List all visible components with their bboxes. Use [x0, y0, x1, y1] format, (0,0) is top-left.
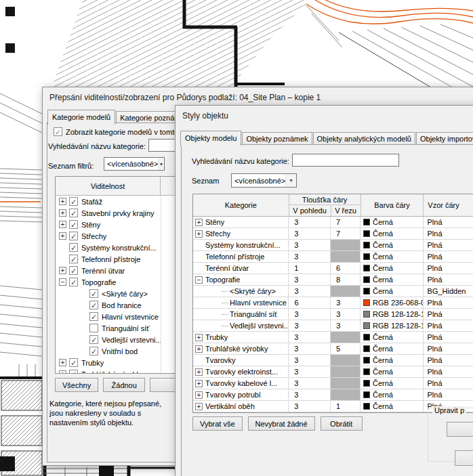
object-style-row[interactable]: +Střechy37ČernáPlná: [193, 228, 473, 240]
line-color-cell[interactable]: Černá: [361, 240, 424, 251]
object-style-row[interactable]: Vedlejší vrstevni...33RGB 128-128-1Plná: [193, 320, 473, 332]
line-pattern-cell[interactable]: Plná: [424, 366, 473, 377]
line-pattern-cell[interactable]: Plná: [424, 228, 473, 239]
line-color-cell[interactable]: Černá: [361, 389, 424, 400]
object-style-row[interactable]: +Tvarovky kabelové l...3ČernáPlná: [193, 378, 473, 389]
object-style-row[interactable]: +Trubky3ČernáPlná: [193, 332, 473, 343]
line-color-cell[interactable]: Černá: [361, 263, 424, 274]
object-style-row[interactable]: Systémy konstrukční...3ČernáPlná: [193, 240, 473, 251]
visibility-checkbox[interactable]: ✓: [69, 209, 78, 217]
visibility-checkbox[interactable]: ✓: [69, 197, 78, 206]
visibility-checkbox[interactable]: ✓: [89, 312, 98, 321]
vg-tab-kategorie-modelu[interactable]: Kategorie modelů: [47, 110, 115, 125]
show-model-categories-checkbox[interactable]: ✓ Zobrazit kategorie modelů v tomto po: [54, 127, 189, 136]
line-pattern-cell[interactable]: Plná: [424, 332, 473, 343]
os-tab-objekty-poznamek[interactable]: Objekty poznámek: [242, 132, 312, 145]
projection-lineweight-cell[interactable]: 3: [289, 355, 331, 366]
os-tab-objekty-modelu[interactable]: Objekty modelu: [180, 131, 241, 146]
visibility-checkbox[interactable]: ✓: [69, 255, 78, 263]
object-style-row[interactable]: <Skryté čáry>3ČernáBG_Hidden: [193, 286, 473, 297]
all-button[interactable]: Všechny: [55, 378, 98, 392]
projection-lineweight-cell[interactable]: 3: [289, 240, 331, 251]
visibility-checkbox[interactable]: ✓: [69, 243, 78, 252]
expand-icon[interactable]: +: [59, 359, 66, 366]
cut-lineweight-cell[interactable]: 7: [331, 217, 361, 228]
collapse-icon[interactable]: −: [59, 278, 66, 286]
projection-lineweight-cell[interactable]: 3: [289, 401, 331, 412]
line-pattern-cell[interactable]: BG_Hidden: [424, 286, 473, 297]
line-color-cell[interactable]: RGB 236-068-0: [361, 297, 424, 308]
expand-icon[interactable]: +: [59, 221, 66, 228]
projection-lineweight-cell[interactable]: 3: [289, 217, 331, 228]
line-pattern-cell[interactable]: Plná: [424, 309, 473, 320]
projection-lineweight-cell[interactable]: 6: [289, 297, 331, 308]
line-pattern-cell[interactable]: Plná: [424, 355, 473, 366]
expand-icon[interactable]: +: [59, 232, 66, 240]
expand-icon[interactable]: +: [195, 219, 203, 226]
cut-lineweight-cell[interactable]: 7: [331, 228, 361, 239]
line-color-cell[interactable]: Černá: [361, 378, 424, 389]
line-pattern-cell[interactable]: Plná: [424, 320, 473, 331]
visibility-checkbox[interactable]: ✓: [89, 301, 98, 309]
os-dialog-titlebar[interactable]: Styly objektu: [176, 106, 473, 126]
cut-lineweight-cell[interactable]: 1: [331, 401, 361, 412]
line-color-cell[interactable]: Černá: [361, 251, 424, 262]
projection-lineweight-cell[interactable]: 3: [289, 366, 331, 377]
projection-lineweight-cell[interactable]: 3: [289, 309, 331, 320]
projection-column-header[interactable]: V pohledu: [289, 205, 331, 216]
expand-icon[interactable]: +: [195, 334, 203, 341]
projection-lineweight-cell[interactable]: 3: [289, 389, 331, 400]
line-color-cell[interactable]: RGB 128-128-1: [361, 320, 424, 331]
expand-icon[interactable]: +: [59, 370, 66, 374]
cut-lineweight-cell[interactable]: [331, 389, 361, 400]
visibility-checkbox[interactable]: ✓: [69, 358, 78, 367]
cut-lineweight-cell[interactable]: [331, 355, 361, 366]
projection-lineweight-cell[interactable]: 3: [289, 332, 331, 343]
expand-icon[interactable]: +: [59, 209, 66, 217]
expand-icon[interactable]: +: [195, 380, 203, 387]
line-color-cell[interactable]: Černá: [361, 332, 424, 343]
select-none-button[interactable]: Nevybrat žádné: [248, 416, 315, 431]
os-list-dropdown[interactable]: <vícenásobné> ▾: [231, 173, 297, 188]
line-pattern-cell[interactable]: Plná: [424, 251, 473, 262]
line-pattern-cell[interactable]: Plná: [424, 217, 473, 228]
object-style-row[interactable]: Tvarovky3ČernáPlná: [193, 355, 473, 366]
expand-icon[interactable]: +: [195, 403, 203, 410]
cut-lineweight-cell[interactable]: [331, 332, 361, 343]
none-button[interactable]: Žádnou: [103, 378, 145, 392]
visibility-checkbox[interactable]: [89, 324, 98, 332]
visibility-checkbox[interactable]: ✓: [69, 266, 78, 275]
visibility-checkbox[interactable]: ✓: [89, 289, 98, 298]
visibility-checkbox[interactable]: ✓: [69, 220, 78, 229]
cut-lineweight-cell[interactable]: [331, 286, 361, 297]
line-pattern-cell[interactable]: Plná: [424, 389, 473, 400]
object-style-row[interactable]: Trianguální síť33RGB 128-128-1Plná: [193, 309, 473, 320]
line-color-cell[interactable]: Černá: [361, 343, 424, 354]
cut-column-header[interactable]: V řezu: [331, 205, 361, 216]
cut-lineweight-cell[interactable]: 3: [331, 297, 361, 308]
projection-lineweight-cell[interactable]: 3: [289, 320, 331, 331]
expand-icon[interactable]: +: [59, 198, 66, 205]
object-style-row[interactable]: +Stěny37ČernáPlná: [193, 217, 473, 228]
visibility-checkbox[interactable]: ✓: [89, 347, 98, 355]
line-pattern-cell[interactable]: Plná: [424, 274, 473, 285]
cut-lineweight-cell[interactable]: 3: [331, 320, 361, 331]
os-search-input[interactable]: [292, 154, 399, 167]
object-style-row[interactable]: +Tvarovky potrubí3ČernáPlná: [193, 389, 473, 401]
object-style-row[interactable]: Terénní útvar16ČernáPlná: [193, 263, 473, 274]
invert-button[interactable]: Obrátit: [321, 416, 363, 431]
object-style-row[interactable]: +Tvarovky elektroinst...3ČernáPlná: [193, 366, 473, 378]
visibility-checkbox[interactable]: ✓: [69, 278, 78, 286]
projection-lineweight-cell[interactable]: 3: [289, 378, 331, 389]
line-pattern-cell[interactable]: Plná: [424, 378, 473, 389]
select-all-button[interactable]: Vybrat vše: [192, 416, 243, 431]
object-style-row[interactable]: Telefonní přístroje3ČernáPlná: [193, 251, 473, 263]
visibility-checkbox[interactable]: ✓: [89, 335, 98, 344]
projection-lineweight-cell[interactable]: 3: [289, 228, 331, 239]
cut-lineweight-cell[interactable]: [331, 251, 361, 262]
cut-lineweight-cell[interactable]: [331, 366, 361, 377]
filter-list-dropdown[interactable]: <vícenásobné> ▾: [104, 157, 165, 171]
expand-icon[interactable]: +: [195, 230, 203, 238]
line-pattern-cell[interactable]: Plná: [424, 343, 473, 354]
expand-icon[interactable]: +: [195, 345, 203, 353]
